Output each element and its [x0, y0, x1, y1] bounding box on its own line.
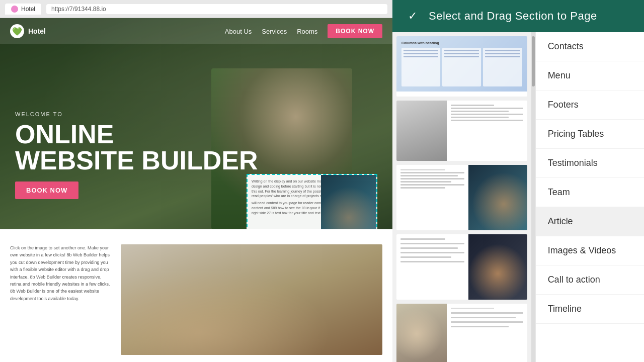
browser-url[interactable]: https://7/91344.88.io: [46, 4, 387, 14]
nav-link-about[interactable]: About Us: [225, 28, 252, 35]
thumb-3-image-inner: [468, 165, 527, 230]
logo-icon: 💚: [10, 24, 24, 38]
thumb-line: [404, 50, 438, 51]
thumbnail-image-text[interactable]: [396, 101, 527, 161]
browser-bar: Hotel https://7/91344.88.io: [0, 0, 392, 18]
hero-text: WELCOME TO ONLINE WEBSITE BUILDER BOOK N…: [15, 111, 258, 199]
thumb-line: [400, 175, 458, 176]
thumb-line: [400, 238, 445, 240]
website-content: 💚 Hotel About Us Services Rooms BOOK NOW…: [0, 18, 392, 362]
right-content-area: Columns with heading: [392, 32, 644, 362]
thumb-3-text: [396, 165, 468, 230]
content-image-inner: [121, 244, 382, 355]
right-panel-title: Select and Drag Section to Page: [429, 10, 597, 23]
content-text-column: Click on the image to set another one. M…: [10, 244, 121, 362]
thumb-line: [451, 117, 509, 118]
thumb-4-text: [396, 234, 468, 300]
thumb-1-columns: [401, 48, 522, 86]
thumb-1-col-2: [442, 48, 481, 86]
thumb-line: [400, 172, 464, 173]
thumbnail-columns[interactable]: Columns with heading: [396, 36, 527, 97]
nav-book-button[interactable]: BOOK NOW: [328, 24, 382, 38]
hero-title-line1: ONLINE: [15, 121, 258, 147]
nav-link-services[interactable]: Services: [262, 28, 287, 35]
hero-welcome-text: WELCOME TO: [15, 111, 258, 117]
thumb-line: [400, 187, 445, 189]
category-images-videos[interactable]: Images & Videos: [536, 236, 644, 265]
check-icon: ✓: [405, 8, 421, 24]
category-article[interactable]: Article: [536, 207, 644, 236]
thumb-1-label: Columns with heading: [401, 41, 522, 45]
thumb-line: [451, 312, 523, 314]
thumb-line: [444, 56, 479, 57]
logo-text: Hotel: [28, 27, 46, 35]
thumb-1-col-1: [401, 48, 440, 86]
thumb-line: [451, 120, 523, 121]
category-team[interactable]: Team: [536, 178, 644, 207]
drag-section-image: [321, 175, 376, 229]
scroll-thumb[interactable]: [532, 36, 535, 86]
thumb-4-inner: [396, 234, 527, 300]
thumb-line: [400, 243, 464, 244]
thumb-line: [400, 247, 458, 249]
thumb-line: [400, 252, 464, 253]
thumb-line: [404, 53, 438, 54]
category-pricing-tables[interactable]: Pricing Tables: [536, 120, 644, 149]
thumb-line: [400, 169, 445, 170]
thumbnail-couple-text[interactable]: [396, 304, 527, 362]
thumbnail-text-sparkle[interactable]: [396, 165, 527, 230]
category-call-to-action[interactable]: Call to action: [536, 265, 644, 295]
category-testimonials[interactable]: Testimonials: [536, 149, 644, 178]
thumb-2-text: [447, 101, 527, 161]
nav-link-rooms[interactable]: Rooms: [297, 28, 317, 35]
nav-logo: 💚 Hotel: [10, 24, 46, 38]
hero-section: 💚 Hotel About Us Services Rooms BOOK NOW…: [0, 18, 392, 229]
right-panel: ✓ Select and Drag Section to Page Column…: [392, 0, 644, 362]
thumb-4-image: [468, 234, 527, 300]
browser-tab[interactable]: Hotel: [5, 4, 41, 15]
tab-favicon: [11, 6, 18, 13]
thumb-3-image: [468, 165, 527, 230]
website-preview: Hotel https://7/91344.88.io 💚 Hotel Abou…: [0, 0, 392, 362]
thumbnails-area[interactable]: Columns with heading: [392, 32, 531, 362]
category-contacts[interactable]: Contacts: [536, 32, 644, 61]
nav-links: About Us Services Rooms BOOK NOW: [225, 24, 382, 38]
thumb-line: [451, 308, 494, 309]
thumb-line: [444, 53, 479, 54]
thumb-line: [485, 53, 520, 54]
content-body-text: Click on the image to set another one. M…: [10, 244, 111, 302]
thumb-line: [400, 256, 451, 258]
thumb-2-inner: [396, 101, 527, 161]
thumb-2-image-inner: [396, 101, 447, 161]
content-section: Click on the image to set another one. M…: [0, 229, 392, 362]
hero-book-button[interactable]: BOOK NOW: [15, 182, 78, 199]
hero-title-line2: WEBSITE BUILDER: [15, 147, 258, 173]
category-footers[interactable]: Footers: [536, 90, 644, 120]
thumb-line: [444, 50, 479, 51]
thumbnail-text-bokeh[interactable]: [396, 234, 527, 300]
thumb-5-text: [447, 304, 527, 362]
thumb-2-image: [396, 101, 447, 161]
drag-section-overlay[interactable]: Writing on the display and on our websit…: [247, 174, 377, 229]
thumb-5-image: [396, 304, 447, 362]
thumb-line: [451, 105, 494, 106]
right-panel-header: ✓ Select and Drag Section to Page: [392, 0, 644, 32]
thumb-line: [400, 178, 464, 179]
thumb-1-inner: Columns with heading: [396, 36, 527, 92]
thumb-line: [400, 184, 464, 186]
scroll-bar[interactable]: [531, 32, 535, 362]
thumb-line: [451, 108, 523, 109]
thumb-1-col-3: [483, 48, 522, 86]
categories-list: Contacts Menu Footers Pricing Tables Tes…: [535, 32, 644, 362]
thumb-3-inner: [396, 165, 527, 230]
thumb-line: [451, 111, 509, 112]
category-timeline[interactable]: Timeline: [536, 295, 644, 324]
content-image[interactable]: [121, 244, 382, 355]
drag-image-overlay: [321, 175, 376, 229]
thumb-line: [451, 326, 509, 327]
nav-bar: 💚 Hotel About Us Services Rooms BOOK NOW: [0, 18, 392, 44]
tab-label: Hotel: [21, 6, 35, 13]
thumb-line: [451, 321, 523, 323]
thumb-4-image-inner: [468, 234, 527, 300]
category-menu[interactable]: Menu: [536, 61, 644, 90]
